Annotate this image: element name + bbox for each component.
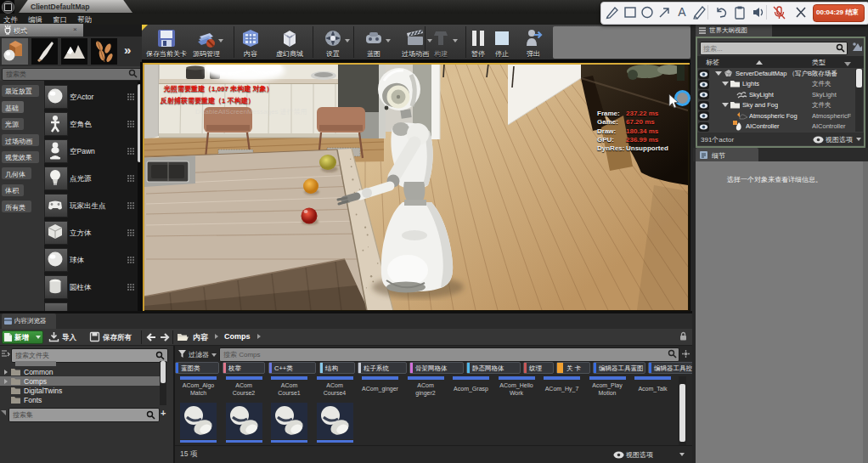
svg-text:A: A bbox=[678, 5, 686, 19]
